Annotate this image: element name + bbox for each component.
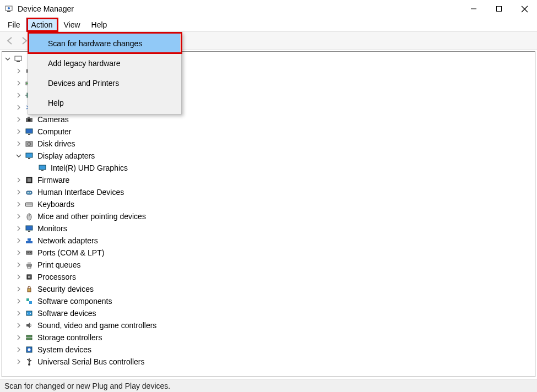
tree-item[interactable]: Universal Serial Bus controllers	[2, 356, 535, 368]
tree-item[interactable]: Intel(R) UHD Graphics	[2, 162, 535, 174]
chevron-right-icon[interactable]	[14, 309, 23, 318]
tree-item-label: System devices	[36, 345, 93, 354]
security-icon	[24, 284, 34, 294]
tree-item[interactable]: Print queues	[2, 259, 535, 271]
dropdown-item-label: Add legacy hardware	[48, 59, 121, 68]
tree-item[interactable]: Keyboards	[2, 198, 535, 210]
chevron-down-icon[interactable]	[14, 151, 23, 160]
svg-rect-54	[28, 288, 31, 292]
tree-item[interactable]: Ports (COM & LPT)	[2, 247, 535, 259]
tree-item-label: Storage controllers	[36, 333, 104, 342]
tree-item[interactable]: Processors	[2, 271, 535, 283]
tree-item[interactable]: Sound, video and game controllers	[2, 319, 535, 331]
svg-rect-28	[28, 158, 30, 159]
expander-icon[interactable]	[3, 55, 12, 63]
window-title: Device Manager	[18, 4, 74, 13]
chevron-right-icon[interactable]	[14, 67, 23, 75]
disk-icon	[24, 139, 34, 149]
tree-item-label: Processors	[36, 273, 77, 281]
tree-item[interactable]: Cameras	[2, 113, 535, 126]
chevron-right-icon[interactable]	[14, 103, 23, 112]
tree-item[interactable]: Network adapters	[2, 235, 535, 247]
dropdown-item[interactable]: Add legacy hardware	[29, 53, 180, 73]
chevron-right-icon[interactable]	[14, 212, 23, 221]
dropdown-item-label: Help	[48, 99, 64, 107]
svg-rect-32	[28, 178, 31, 182]
chevron-right-icon[interactable]	[14, 79, 23, 88]
tree-item-label: Cameras	[36, 115, 70, 124]
svg-rect-56	[29, 301, 32, 304]
svg-rect-23	[28, 134, 30, 135]
tree-item[interactable]: System devices	[2, 344, 535, 356]
svg-rect-29	[39, 165, 46, 170]
mouse-icon	[24, 211, 34, 221]
tree-item[interactable]: Computer	[2, 126, 535, 138]
svg-rect-51	[28, 266, 31, 268]
back-button[interactable]	[3, 34, 17, 47]
tree-item-label: Ports (COM & LPT)	[36, 248, 105, 257]
svg-rect-8	[15, 56, 21, 61]
chevron-right-icon[interactable]	[14, 176, 23, 184]
dropdown-item[interactable]: Scan for hardware changes	[29, 34, 180, 53]
tree-item[interactable]: Storage controllers	[2, 331, 535, 344]
svg-rect-41	[26, 226, 32, 230]
dropdown-item[interactable]: Devices and Printers	[29, 73, 180, 93]
svg-rect-53	[28, 276, 30, 278]
svg-point-47	[28, 252, 29, 253]
tree-item[interactable]: Firmware	[2, 174, 535, 186]
tree-item[interactable]: Security devices	[2, 283, 535, 295]
close-button[interactable]	[512, 0, 537, 18]
dropdown-item-label: Scan for hardware changes	[48, 39, 142, 48]
maximize-button[interactable]	[486, 0, 512, 18]
chevron-right-icon[interactable]	[14, 91, 23, 100]
monitor-icon	[24, 127, 34, 137]
tree-item-label: Network adapters	[36, 236, 99, 245]
svg-rect-4	[497, 7, 502, 12]
svg-rect-55	[26, 298, 29, 301]
menu-action[interactable]: Action	[26, 18, 58, 31]
chevron-right-icon[interactable]	[14, 321, 23, 330]
display-icon	[24, 151, 34, 161]
chevron-right-icon[interactable]	[14, 273, 23, 281]
chevron-right-icon[interactable]	[14, 345, 23, 354]
svg-rect-30	[41, 170, 44, 171]
dropdown-item[interactable]: Help	[29, 93, 180, 113]
tree-item-label: Disk drives	[36, 139, 76, 148]
svg-rect-59	[26, 338, 32, 340]
tree-item[interactable]: Mice and other pointing devices	[2, 210, 535, 222]
menu-help-label: Help	[91, 20, 107, 29]
chevron-right-icon[interactable]	[14, 139, 23, 148]
dropdown-item-label: Devices and Printers	[48, 79, 119, 88]
chevron-right-icon[interactable]	[14, 297, 23, 306]
svg-point-2	[8, 7, 10, 9]
svg-rect-58	[26, 335, 32, 337]
swdev-icon	[24, 308, 34, 318]
tree-item[interactable]: Software components	[2, 295, 535, 307]
chevron-right-icon[interactable]	[14, 188, 23, 197]
tree-item-label: Print queues	[36, 260, 82, 269]
chevron-right-icon[interactable]	[14, 248, 23, 257]
tree-item[interactable]: Human Interface Devices	[2, 186, 535, 198]
tree-item-label: Human Interface Devices	[36, 188, 125, 197]
computer-icon	[13, 54, 23, 64]
chevron-right-icon[interactable]	[14, 224, 23, 233]
menu-file[interactable]: File	[2, 18, 26, 31]
chevron-right-icon[interactable]	[14, 333, 23, 342]
tree-item[interactable]: Monitors	[2, 222, 535, 235]
minimize-button[interactable]	[461, 0, 486, 18]
svg-point-26	[29, 144, 30, 145]
chevron-right-icon[interactable]	[14, 115, 23, 124]
chevron-right-icon[interactable]	[14, 285, 23, 293]
chevron-right-icon[interactable]	[14, 127, 23, 136]
status-bar: Scan for changed or new Plug and Play de…	[0, 379, 537, 392]
chevron-right-icon[interactable]	[14, 260, 23, 269]
chevron-right-icon[interactable]	[14, 236, 23, 245]
chevron-right-icon[interactable]	[14, 357, 23, 366]
chevron-right-icon[interactable]	[14, 200, 23, 209]
menu-view[interactable]: View	[58, 18, 85, 31]
menu-help[interactable]: Help	[86, 18, 113, 31]
tree-item[interactable]: Disk drives	[2, 138, 535, 150]
tree-item[interactable]: Software devices	[2, 307, 535, 319]
tree-item[interactable]: Display adapters	[2, 150, 535, 162]
tree-item-label: Security devices	[36, 285, 95, 293]
